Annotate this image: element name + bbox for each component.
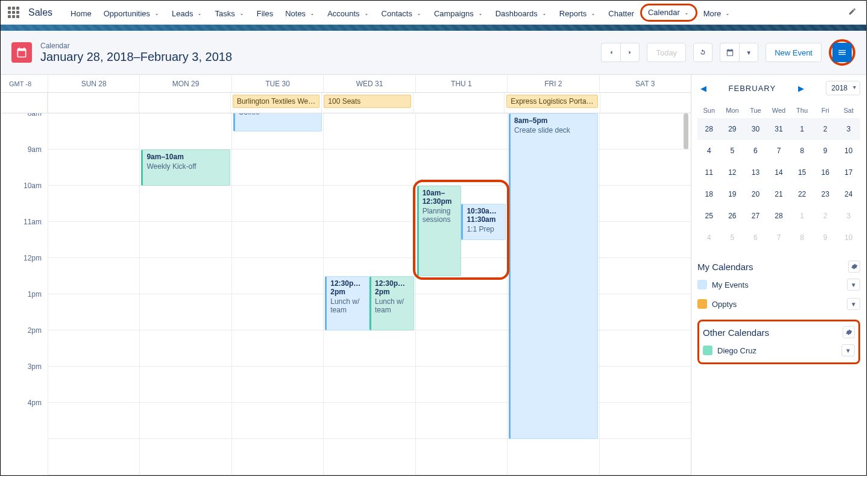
nav-item-more[interactable]: More xyxy=(697,1,737,25)
mini-day[interactable]: 24 xyxy=(837,183,860,205)
mini-day[interactable]: 16 xyxy=(814,162,837,183)
mini-day[interactable]: 27 xyxy=(744,205,767,227)
nav-item-leads[interactable]: Leads xyxy=(166,1,209,25)
nav-item-tasks[interactable]: Tasks xyxy=(209,1,250,25)
mini-day[interactable]: 3 xyxy=(837,205,860,227)
nav-item-reports[interactable]: Reports xyxy=(553,1,603,25)
mini-day[interactable]: 26 xyxy=(721,205,744,227)
mini-day[interactable]: 9 xyxy=(814,227,837,248)
allday-event[interactable]: 100 Seats xyxy=(324,95,410,108)
mini-day[interactable]: 23 xyxy=(814,183,837,205)
mini-prev-month[interactable]: ◀ xyxy=(697,84,709,93)
mini-day[interactable]: 8 xyxy=(790,227,814,248)
nav-item-notes[interactable]: Notes xyxy=(279,1,321,25)
allday-cell[interactable]: Burlington Textiles We… xyxy=(230,93,321,113)
mini-day[interactable]: 28 xyxy=(697,118,721,140)
mini-day[interactable]: 30 xyxy=(744,118,767,140)
year-select[interactable]: 2018 xyxy=(826,81,860,95)
my-calendars-settings[interactable] xyxy=(848,261,860,273)
mini-day[interactable]: 7 xyxy=(767,140,791,162)
calendar-event[interactable]: 9am–10amWeekly Kick-off xyxy=(141,150,230,186)
app-launcher-icon[interactable] xyxy=(7,5,21,20)
nav-item-calendar[interactable]: Calendar xyxy=(640,4,697,22)
new-event-button[interactable]: New Event xyxy=(766,43,822,62)
mini-day[interactable]: 11 xyxy=(697,162,721,183)
mini-day[interactable]: 1 xyxy=(790,205,814,227)
nav-item-dashboards[interactable]: Dashboards xyxy=(489,1,553,25)
day-column[interactable]: 7:30am–8:30amCoffee xyxy=(231,113,323,475)
nav-item-accounts[interactable]: Accounts xyxy=(321,1,375,25)
mini-day[interactable]: 5 xyxy=(721,227,744,248)
refresh-button[interactable] xyxy=(693,43,712,62)
other-calendars-settings[interactable] xyxy=(843,326,855,338)
mini-day[interactable]: 8 xyxy=(790,140,814,162)
nav-item-chatter[interactable]: Chatter xyxy=(602,1,640,25)
view-dropdown-button[interactable]: ▼ xyxy=(739,43,758,62)
calendar-event[interactable]: 7:30am–8:30amCoffee xyxy=(233,113,322,131)
allday-cell[interactable] xyxy=(139,93,230,113)
day-column[interactable]: 12:30p… 2pmLunch w/ team12:30p… 2pmLunch… xyxy=(323,113,415,475)
prev-week-button[interactable] xyxy=(601,43,620,62)
nav-item-contacts[interactable]: Contacts xyxy=(376,1,428,25)
day-column[interactable]: 10am–12:30pmPlanning sessions10:30a… 11:… xyxy=(415,113,507,475)
calendar-event[interactable]: 12:30p… 2pmLunch w/ team xyxy=(370,276,414,330)
mini-day[interactable]: 3 xyxy=(837,118,860,140)
mini-day[interactable]: 10 xyxy=(837,227,860,248)
allday-event[interactable]: Burlington Textiles We… xyxy=(233,95,319,108)
allday-cell[interactable] xyxy=(48,93,139,113)
calendar-list-item[interactable]: My Events▼ xyxy=(697,275,860,294)
mini-day[interactable]: 4 xyxy=(697,140,721,162)
edit-nav-icon[interactable] xyxy=(844,7,860,17)
day-column[interactable] xyxy=(48,113,139,475)
allday-cell[interactable]: 100 Seats xyxy=(321,93,412,113)
calendar-item-menu[interactable]: ▼ xyxy=(847,279,860,291)
nav-item-files[interactable]: Files xyxy=(251,1,279,25)
calendar-event[interactable]: 8am–5pmCreate slide deck xyxy=(509,113,597,439)
mini-day[interactable]: 1 xyxy=(790,118,814,140)
mini-day[interactable]: 29 xyxy=(721,118,744,140)
day-column[interactable] xyxy=(599,113,691,475)
mini-day[interactable]: 31 xyxy=(767,118,791,140)
mini-day[interactable]: 15 xyxy=(790,162,814,183)
mini-day[interactable]: 7 xyxy=(767,227,791,248)
mini-day[interactable]: 2 xyxy=(814,205,837,227)
mini-next-month[interactable]: ▶ xyxy=(795,84,807,93)
mini-day[interactable]: 10 xyxy=(837,140,860,162)
mini-day[interactable]: 17 xyxy=(837,162,860,183)
calendar-list-item[interactable]: Opptys▼ xyxy=(697,294,860,314)
allday-cell[interactable]: Express Logistics Porta… xyxy=(504,93,599,113)
calendar-item-menu[interactable]: ▼ xyxy=(847,298,860,310)
mini-day[interactable]: 2 xyxy=(814,118,837,140)
mini-day[interactable]: 14 xyxy=(767,162,791,183)
mini-day[interactable]: 25 xyxy=(697,205,721,227)
calendar-event[interactable]: 10am–12:30pmPlanning sessions xyxy=(417,186,462,276)
day-column[interactable]: 8am–5pmCreate slide deck xyxy=(507,113,599,475)
nav-item-home[interactable]: Home xyxy=(64,1,98,25)
mini-day[interactable]: 5 xyxy=(721,140,744,162)
day-column[interactable]: 9am–10amWeekly Kick-off xyxy=(139,113,231,475)
mini-day[interactable]: 22 xyxy=(790,183,814,205)
mini-day[interactable]: 18 xyxy=(697,183,721,205)
view-calendar-button[interactable] xyxy=(720,43,739,62)
mini-day[interactable]: 6 xyxy=(744,227,767,248)
today-button[interactable]: Today xyxy=(647,43,686,62)
allday-event[interactable]: Express Logistics Porta… xyxy=(506,95,597,108)
calendar-item-menu[interactable]: ▼ xyxy=(841,344,855,356)
calendar-event[interactable]: 10:30a… 11:30am1:1 Prep xyxy=(461,204,506,240)
calendar-event[interactable]: 12:30p… 2pmLunch w/ team xyxy=(325,276,370,330)
allday-cell[interactable] xyxy=(600,93,691,113)
allday-cell[interactable] xyxy=(413,93,504,113)
side-panel-toggle-button[interactable] xyxy=(832,43,852,62)
calendar-list-item[interactable]: Diego Cruz▼ xyxy=(703,341,855,360)
mini-day[interactable]: 19 xyxy=(721,183,744,205)
mini-day[interactable]: 9 xyxy=(814,140,837,162)
mini-day[interactable]: 13 xyxy=(744,162,767,183)
mini-day[interactable]: 12 xyxy=(721,162,744,183)
mini-day[interactable]: 4 xyxy=(697,227,721,248)
mini-day[interactable]: 21 xyxy=(767,183,791,205)
nav-item-campaigns[interactable]: Campaigns xyxy=(428,1,489,25)
nav-item-opportunities[interactable]: Opportunities xyxy=(98,1,166,25)
mini-day[interactable]: 28 xyxy=(767,205,791,227)
mini-day[interactable]: 6 xyxy=(744,140,767,162)
mini-day[interactable]: 20 xyxy=(744,183,767,205)
